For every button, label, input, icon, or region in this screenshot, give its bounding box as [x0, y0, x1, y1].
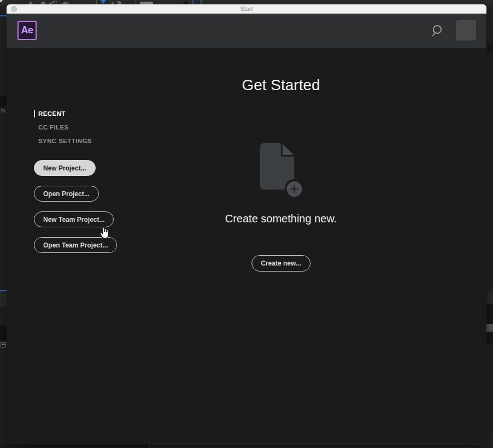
screen: [ ] Fr Start Ae — [0, 0, 493, 448]
pen-tool-icon — [0, 0, 6, 3]
create-new-button[interactable]: Create new... — [251, 255, 310, 272]
panel-accent-line — [0, 15, 7, 16]
dialog-titlebar[interactable]: Start — [7, 4, 486, 14]
search-button[interactable] — [431, 24, 445, 38]
main-content: Get Started Create something new. Create… — [75, 48, 486, 443]
after-effects-logo: Ae — [17, 21, 37, 40]
panel-tool-icon — [1, 342, 6, 347]
search-icon — [431, 24, 445, 38]
account-avatar[interactable] — [456, 20, 476, 40]
background-panel-edge — [486, 332, 493, 344]
dialog-header: Ae — [7, 14, 486, 48]
background-panel-edge — [0, 291, 7, 307]
after-effects-logo-text: Ae — [21, 25, 33, 36]
start-dialog: Start Ae RECENT CC FILES SYNC SETTINGS — [7, 4, 486, 444]
dialog-body: RECENT CC FILES SYNC SETTINGS New Projec… — [7, 48, 486, 443]
background-panel-edge — [0, 444, 146, 448]
new-document-graphic — [260, 143, 302, 197]
background-panel-edge — [486, 292, 493, 304]
page-title: Get Started — [242, 76, 320, 94]
background-panel-edge — [486, 44, 493, 52]
window-title: Start — [7, 5, 486, 12]
zoom-tool-icon — [48, 1, 55, 4]
background-panel-edge — [0, 326, 7, 340]
scrollbar-thumb[interactable] — [486, 324, 493, 332]
background-panel-edge — [0, 96, 7, 107]
create-message: Create something new. — [225, 213, 337, 225]
blue-brackets-icon: [ ] — [192, 0, 204, 4]
background-panel-edge — [486, 304, 493, 324]
plus-icon — [287, 181, 302, 197]
background-panel-edge — [147, 444, 493, 448]
